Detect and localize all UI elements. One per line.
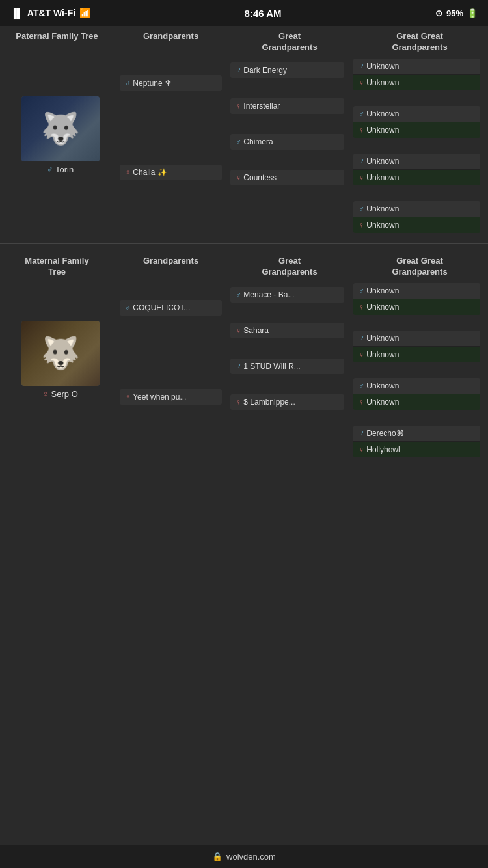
torin-wolf-image bbox=[21, 96, 100, 161]
gg-chimera-female[interactable]: ♀ Unknown bbox=[353, 170, 480, 185]
gg-chimera-male[interactable]: ♂ Unknown bbox=[353, 154, 480, 170]
status-bar: ▐▌ AT&T Wi-Fi 📶 8:46 AM ⊙ 95% 🔋 bbox=[0, 0, 488, 26]
great-sahara[interactable]: ♀ Sahara bbox=[230, 323, 344, 338]
gg-group-countess: ♂ Unknown ♀ Unknown bbox=[351, 201, 485, 234]
gg-lambnippe-female[interactable]: ♀ Hollyhowl bbox=[353, 442, 480, 457]
gg-1stud-male[interactable]: ♂ Unknown bbox=[353, 378, 480, 394]
bottom-url: wolvden.com bbox=[226, 852, 276, 861]
carrier-label: AT&T Wi-Fi bbox=[27, 8, 75, 18]
wifi-icon: 📶 bbox=[79, 8, 90, 18]
gg-group-interstellar: ♂ Unknown ♀ Unknown bbox=[351, 106, 485, 139]
maternal-col3-header: GreatGrandparents bbox=[228, 256, 351, 278]
gg-group-menace: ♂ Unknown ♀ Unknown bbox=[351, 283, 485, 316]
battery-label: 95% bbox=[446, 8, 463, 18]
serpo-wolf-image bbox=[21, 321, 100, 386]
gg-group-lambnippe: ♂ Derecho⌘ ♀ Hollyhowl bbox=[351, 426, 485, 459]
grandparent-neptune[interactable]: ♂ Neptune ♆ bbox=[120, 75, 222, 91]
maternal-col4-header: Great GreatGrandparents bbox=[351, 256, 488, 278]
serpo-name: ♀ Serp O bbox=[42, 389, 78, 399]
maternal-col2-header: Grandparents bbox=[114, 256, 228, 278]
bottom-lock-icon: 🔒 bbox=[212, 852, 223, 861]
paternal-col4-header: Great GreatGrandparents bbox=[351, 31, 488, 53]
great-lambnippe[interactable]: ♀ $ Lambnippe... bbox=[230, 394, 344, 410]
time-display: 8:46 AM bbox=[245, 8, 282, 19]
gg-countess-female[interactable]: ♀ Unknown bbox=[353, 217, 480, 233]
gg-darkenergy-female[interactable]: ♀ Unknown bbox=[353, 75, 480, 90]
status-right: ⊙ 95% 🔋 bbox=[435, 8, 478, 18]
great-chimera[interactable]: ♂ Chimera bbox=[230, 134, 344, 150]
bottom-bar: 🔒 wolvden.com bbox=[0, 845, 488, 868]
gg-countess-male[interactable]: ♂ Unknown bbox=[353, 201, 480, 217]
status-left: ▐▌ AT&T Wi-Fi 📶 bbox=[10, 8, 90, 18]
paternal-col3-header: GreatGrandparents bbox=[228, 31, 351, 53]
gg-sahara-male[interactable]: ♂ Unknown bbox=[353, 331, 480, 347]
great-menace[interactable]: ♂ Menace - Ba... bbox=[230, 287, 344, 303]
paternal-col1-header: Paternal Family Tree bbox=[0, 31, 114, 53]
gg-group-sahara: ♂ Unknown ♀ Unknown bbox=[351, 331, 485, 364]
main-content: ▐▌ AT&T Wi-Fi 📶 8:46 AM ⊙ 95% 🔋 Paternal… bbox=[0, 0, 488, 487]
lock-status-icon: ⊙ bbox=[435, 8, 442, 18]
gg-interstellar-male[interactable]: ♂ Unknown bbox=[353, 106, 480, 122]
gg-group-1stud: ♂ Unknown ♀ Unknown bbox=[351, 378, 485, 411]
serpo-avatar-box bbox=[21, 321, 100, 386]
torin-avatar-box bbox=[21, 96, 100, 161]
paternal-self-avatar: ♂ Torin bbox=[21, 96, 100, 174]
grandparent-chalia[interactable]: ♀ Chalia ✨ bbox=[120, 165, 222, 180]
grandparent-yeet[interactable]: ♀ Yeet when pu... bbox=[120, 389, 222, 405]
gg-1stud-female[interactable]: ♀ Unknown bbox=[353, 394, 480, 410]
gg-menace-female[interactable]: ♀ Unknown bbox=[353, 299, 480, 315]
torin-name: ♂ Torin bbox=[47, 165, 74, 174]
battery-icon: 🔋 bbox=[467, 8, 478, 18]
gg-lambnippe-male[interactable]: ♂ Derecho⌘ bbox=[353, 426, 480, 442]
signal-icon: ▐▌ bbox=[10, 8, 23, 18]
gg-menace-male[interactable]: ♂ Unknown bbox=[353, 283, 480, 299]
gg-group-darkenergy: ♂ Unknown ♀ Unknown bbox=[351, 59, 485, 92]
great-1stud[interactable]: ♂ 1 STUD Will R... bbox=[230, 359, 344, 374]
paternal-col2-header: Grandparents bbox=[114, 31, 228, 53]
gg-group-chimera: ♂ Unknown ♀ Unknown bbox=[351, 154, 485, 187]
great-interstellar[interactable]: ♀ Interstellar bbox=[230, 98, 344, 114]
gg-sahara-female[interactable]: ♀ Unknown bbox=[353, 347, 480, 362]
maternal-col1-header: Maternal FamilyTree bbox=[0, 256, 114, 278]
gg-darkenergy-male[interactable]: ♂ Unknown bbox=[353, 59, 480, 75]
maternal-header: Maternal FamilyTree Grandparents GreatGr… bbox=[0, 251, 488, 282]
gg-interstellar-female[interactable]: ♀ Unknown bbox=[353, 122, 480, 138]
great-countess[interactable]: ♀ Countess bbox=[230, 170, 344, 185]
section-divider bbox=[0, 243, 488, 244]
maternal-self-avatar: ♀ Serp O bbox=[21, 321, 100, 399]
great-dark-energy[interactable]: ♂ Dark Energy bbox=[230, 62, 344, 78]
paternal-header: Paternal Family Tree Grandparents GreatG… bbox=[0, 26, 488, 57]
grandparent-coquelicot[interactable]: ♂ COQUELICOT... bbox=[120, 300, 222, 316]
